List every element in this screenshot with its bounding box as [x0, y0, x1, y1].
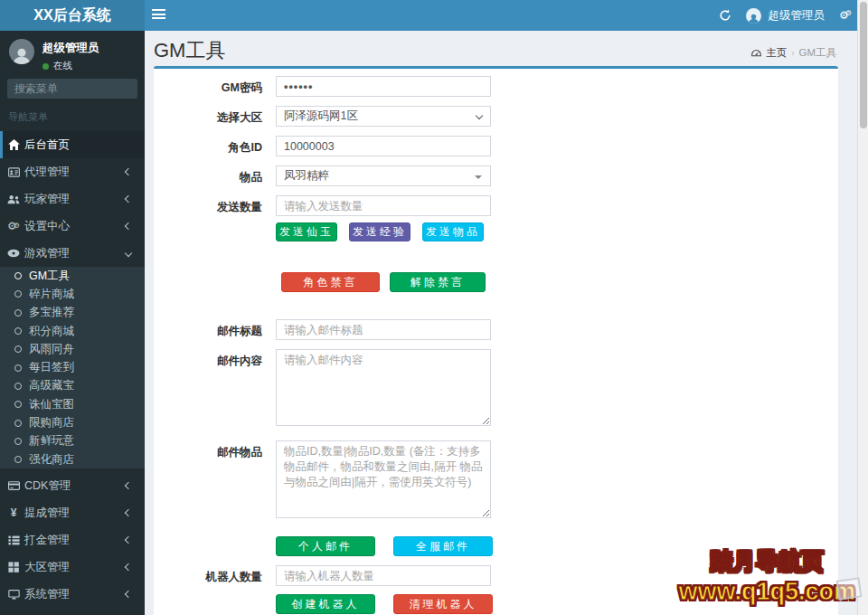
- sidebar-item-settings[interactable]: ⚙⚙ 设置中心: [0, 213, 145, 240]
- page-scrollbar[interactable]: [857, 0, 868, 615]
- mail-title-input[interactable]: [276, 319, 491, 340]
- circle-icon: [14, 401, 22, 408]
- app-logo[interactable]: XX后台系统: [0, 0, 145, 31]
- submenu-item-daily-signin[interactable]: 每日签到: [0, 358, 145, 376]
- settings-gears-icon[interactable]: ⚙⚙: [839, 10, 852, 21]
- all-server-mail-button[interactable]: 全服邮件: [393, 536, 493, 556]
- users-icon: [7, 194, 20, 204]
- submenu-item-enhance-shop[interactable]: 强化商店: [0, 450, 145, 468]
- id-card-icon: [7, 167, 20, 177]
- robot-count-input[interactable]: [276, 565, 491, 586]
- avatar: [746, 8, 761, 24]
- circle-icon: [14, 327, 22, 335]
- grid-icon: [7, 562, 20, 572]
- sidebar-item-players[interactable]: 玩家管理: [0, 185, 145, 213]
- main-content: GM工具 主页 › GM工具 GM密码 选择大区 阿泽源码网1区: [145, 31, 857, 615]
- mail-content-label: 邮件内容: [163, 349, 276, 430]
- yen-icon: ¥: [7, 506, 20, 519]
- mail-items-textarea[interactable]: [276, 440, 491, 518]
- top-navbar: 超级管理员 ⚙⚙: [145, 0, 857, 31]
- sidebar-item-label: 提成管理: [24, 506, 70, 521]
- chevron-left-icon: [125, 563, 132, 571]
- mail-title-label: 邮件标题: [163, 319, 276, 340]
- region-label: 选择大区: [163, 106, 276, 127]
- item-select[interactable]: 凤羽精粹: [276, 166, 491, 186]
- online-status: 在线: [53, 60, 72, 72]
- circle-icon: [14, 420, 22, 427]
- sidebar-item-agents[interactable]: 代理管理: [0, 158, 145, 185]
- sidebar-user-name: 超级管理员: [42, 41, 99, 56]
- list-icon: [7, 535, 20, 545]
- gm-tool-panel: GM密码 选择大区 阿泽源码网1区 角色ID 物品: [154, 66, 838, 615]
- item-label: 物品: [163, 166, 276, 186]
- sidebar-item-label: 玩家管理: [24, 192, 70, 207]
- breadcrumb: 主页 › GM工具: [751, 46, 836, 60]
- chevron-left-icon: [125, 222, 132, 230]
- submenu-item-limited-shop[interactable]: 限购商店: [0, 413, 145, 431]
- sidebar-item-commission[interactable]: ¥ 提成管理: [0, 499, 145, 526]
- submenu-item-zhuxian-map[interactable]: 诛仙宝图: [0, 395, 145, 413]
- circle-icon: [14, 456, 22, 463]
- gm-password-label: GM密码: [163, 76, 276, 97]
- sidebar-item-cdk[interactable]: CDK管理: [0, 472, 145, 499]
- search-input[interactable]: [7, 82, 162, 95]
- robot-count-label: 机器人数量: [163, 565, 276, 586]
- circle-icon: [14, 364, 22, 372]
- chevron-left-icon: [125, 195, 132, 203]
- mail-content-textarea[interactable]: [276, 349, 491, 426]
- send-xianyu-button[interactable]: 发送仙玉: [276, 222, 337, 241]
- gm-password-input[interactable]: [276, 76, 491, 97]
- breadcrumb-current: GM工具: [798, 46, 836, 60]
- send-exp-button[interactable]: 发送经验: [349, 222, 410, 241]
- circle-icon: [14, 309, 22, 317]
- sidebar-item-label: 系统管理: [24, 587, 70, 602]
- sidebar-item-home[interactable]: 后台首页: [0, 131, 145, 158]
- sidebar-item-game[interactable]: 游戏管理: [0, 240, 145, 267]
- submenu-item-fengyu[interactable]: 风雨同舟: [0, 340, 145, 358]
- home-icon: [7, 139, 20, 150]
- chevron-down-icon: [476, 112, 483, 119]
- submenu-item-fragment-mall[interactable]: 碎片商城: [0, 285, 145, 303]
- create-robot-button[interactable]: 创建机器人: [276, 594, 375, 614]
- sidebar-item-system[interactable]: 系统管理: [0, 581, 145, 608]
- circle-icon: [14, 383, 22, 390]
- unmute-role-button[interactable]: 解除禁言: [390, 272, 486, 292]
- sidebar-item-label: 设置中心: [24, 219, 70, 234]
- breadcrumb-home[interactable]: 主页: [766, 46, 787, 60]
- game-submenu: GM工具 碎片商城 多宝推荐 积分商城 风雨同舟 每日签到 高级藏宝 诛仙宝图 …: [0, 267, 145, 468]
- nav-section-label: 导航菜单: [8, 110, 48, 124]
- chevron-left-icon: [125, 536, 132, 544]
- circle-icon: [14, 290, 22, 298]
- role-id-input[interactable]: [276, 136, 491, 156]
- sidebar-toggle-icon[interactable]: [152, 9, 165, 21]
- sidebar-item-gold[interactable]: 打金管理: [0, 526, 145, 554]
- dashboard-icon: [751, 49, 761, 58]
- chevron-left-icon: [125, 591, 132, 598]
- breadcrumb-separator: ›: [791, 48, 794, 58]
- sidebar-search: [7, 79, 137, 99]
- sidebar-item-label: 后台首页: [24, 137, 70, 153]
- personal-mail-button[interactable]: 个人邮件: [276, 536, 375, 556]
- scrollbar-thumb[interactable]: [860, 2, 867, 128]
- refresh-icon[interactable]: [719, 9, 731, 22]
- submenu-item-treasure[interactable]: 高级藏宝: [0, 377, 145, 395]
- mute-role-button[interactable]: 角色禁言: [281, 272, 380, 292]
- clear-robot-button[interactable]: 清理机器人: [393, 594, 493, 614]
- sidebar-item-label: 大区管理: [24, 560, 70, 575]
- submenu-item-points-mall[interactable]: 积分商城: [0, 322, 145, 340]
- circle-icon: [14, 272, 22, 279]
- caret-down-icon: [475, 175, 482, 179]
- chevron-down-icon: [125, 250, 132, 257]
- submenu-item-fresh[interactable]: 新鲜玩意: [0, 432, 145, 450]
- circle-icon: [14, 345, 22, 353]
- sidebar-item-region[interactable]: 大区管理: [0, 554, 145, 581]
- user-menu[interactable]: 超级管理员: [746, 8, 826, 24]
- send-item-button[interactable]: 发送物品: [422, 222, 484, 241]
- region-select[interactable]: 阿泽源码网1区: [276, 106, 491, 127]
- send-count-input[interactable]: [276, 195, 491, 216]
- mail-items-label: 邮件物品: [163, 440, 276, 522]
- credit-card-icon: [7, 481, 20, 490]
- submenu-item-gm-tool[interactable]: GM工具: [0, 267, 145, 285]
- submenu-item-duobao[interactable]: 多宝推荐: [0, 304, 145, 322]
- eye-icon: [7, 249, 20, 258]
